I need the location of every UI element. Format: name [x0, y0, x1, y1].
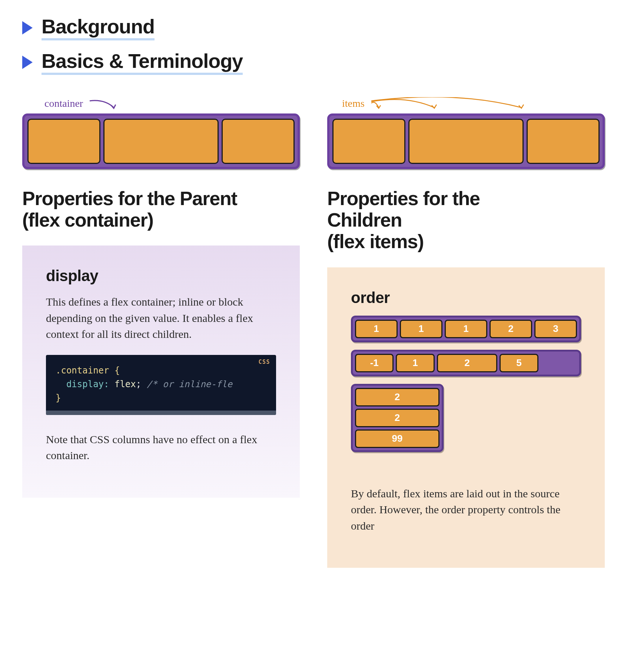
diagram-label-container: container	[22, 97, 300, 112]
triangle-right-icon	[22, 56, 33, 69]
order-diagrams: 1 1 1 2 3 -1 1 2 5 2 2 99	[351, 316, 581, 452]
property-card-order: order 1 1 1 2 3 -1 1 2 5 2	[327, 267, 605, 568]
order-cell: 1	[355, 320, 398, 338]
order-cell: 5	[500, 354, 538, 372]
order-cell: 1	[400, 320, 442, 338]
diagram-cell	[222, 119, 295, 164]
flex-items-diagram	[327, 113, 605, 169]
curved-arrow-icon	[88, 97, 121, 112]
order-cell: 1	[445, 320, 487, 338]
triangle-right-icon	[22, 21, 33, 34]
order-cell: 3	[534, 320, 577, 338]
property-description: This defines a flex container; inline or…	[46, 294, 276, 342]
diagram-cell	[103, 119, 219, 164]
left-column: container Properties for the Parent (fle…	[22, 97, 300, 568]
diagram-label-items: items	[327, 97, 605, 112]
diagram-cell	[27, 119, 100, 164]
order-cell: 2	[355, 409, 439, 427]
order-cell: 99	[355, 429, 439, 448]
order-cell-empty	[541, 354, 577, 372]
property-name: display	[46, 267, 276, 285]
diagram-cell	[408, 119, 524, 164]
accordion-background[interactable]: Background	[22, 15, 605, 40]
section-title-children: Properties for the Children (flex items)	[327, 188, 605, 253]
order-cell: -1	[355, 354, 394, 372]
code-snippet: CSS .container { display: flex; /* or in…	[46, 355, 276, 415]
order-row-2: -1 1 2 5	[351, 350, 581, 376]
section-title-parent: Properties for the Parent (flex containe…	[22, 188, 300, 231]
order-column: 2 2 99	[351, 384, 444, 452]
order-cell: 2	[355, 388, 439, 406]
flex-container-diagram	[22, 113, 300, 169]
property-description: By default, flex items are laid out in t…	[351, 485, 581, 534]
property-card-display: display This defines a flex container; i…	[22, 246, 300, 497]
code-language-badge: CSS	[258, 359, 270, 365]
property-note: Note that CSS columns have no effect on …	[46, 431, 276, 464]
diagram-cell	[332, 119, 405, 164]
content-columns: container Properties for the Parent (fle…	[22, 97, 605, 568]
multi-arrow-icon	[369, 97, 547, 112]
diagram-cell	[527, 119, 600, 164]
order-cell: 1	[396, 354, 434, 372]
accordion-basics[interactable]: Basics & Terminology	[22, 49, 605, 75]
property-name: order	[351, 289, 581, 307]
order-row-1: 1 1 1 2 3	[351, 316, 581, 342]
right-column: items Properties for the Children (flex …	[327, 97, 605, 568]
accordion-title: Basics & Terminology	[42, 49, 243, 75]
accordion-title: Background	[42, 15, 155, 40]
order-cell: 2	[437, 354, 497, 372]
order-cell: 2	[490, 320, 532, 338]
code-scrollbar[interactable]	[46, 411, 276, 415]
